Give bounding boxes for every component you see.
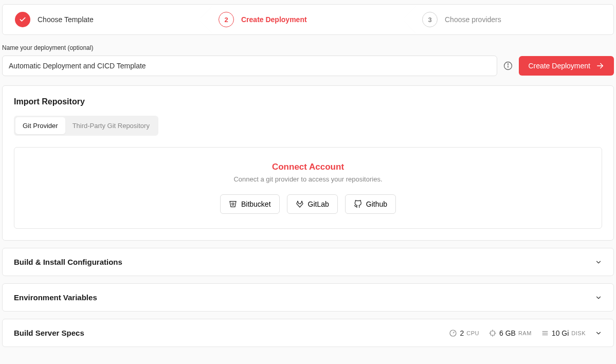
accordion-title: Environment Variables (14, 293, 97, 302)
spec-disk: 10 Gi Disk (541, 329, 586, 337)
connect-title: Connect Account (29, 162, 587, 172)
spec-value: 10 Gi (552, 329, 569, 337)
step-label: Choose providers (445, 15, 501, 24)
github-button[interactable]: Github (345, 194, 396, 214)
step-choose-providers[interactable]: 3 Choose providers (410, 5, 613, 34)
chevron-down-icon (595, 294, 602, 301)
gitlab-button[interactable]: GitLab (287, 194, 338, 214)
bitbucket-button[interactable]: Bitbucket (220, 194, 280, 214)
step-number: 2 (219, 12, 234, 27)
step-number: 3 (422, 12, 438, 27)
spec-ram: 6 GB RAM (488, 329, 532, 337)
check-icon (15, 12, 30, 27)
accordion-env-vars[interactable]: Environment Variables (2, 283, 614, 312)
provider-label: Github (366, 200, 387, 208)
spec-cpu: 2 CPU (449, 329, 479, 337)
accordion-title: Build Server Specs (14, 329, 84, 337)
deployment-name-input[interactable] (2, 56, 497, 76)
create-button-label: Create Deployment (528, 62, 590, 70)
import-repo-title: Import Repository (14, 97, 602, 106)
accordion-build-server-specs[interactable]: Build Server Specs 2 CPU 6 GB RAM 10 Gi … (2, 319, 614, 347)
spec-unit: Disk (571, 330, 586, 336)
step-choose-template[interactable]: Choose Template (3, 5, 206, 34)
specs-summary: 2 CPU 6 GB RAM 10 Gi Disk (449, 329, 602, 337)
provider-label: Bitbucket (241, 200, 271, 208)
step-label: Choose Template (38, 15, 94, 24)
chip-icon (488, 329, 497, 337)
name-deployment-section: Name your deployment (optional) Create D… (2, 44, 614, 76)
github-icon (354, 200, 362, 208)
svg-rect-5 (491, 331, 495, 335)
step-create-deployment[interactable]: 2 Create Deployment (206, 5, 410, 34)
arrow-right-icon (595, 62, 605, 70)
provider-label: GitLab (308, 200, 329, 208)
gauge-icon (449, 329, 457, 337)
tab-git-provider[interactable]: Git Provider (15, 117, 65, 134)
accordion-title: Build & Install Configurations (14, 258, 122, 266)
svg-point-2 (508, 64, 509, 64)
create-deployment-button[interactable]: Create Deployment (519, 56, 614, 76)
stepper: Choose Template 2 Create Deployment 3 Ch… (2, 4, 614, 35)
name-label: Name your deployment (optional) (2, 44, 614, 51)
accordion-build-install[interactable]: Build & Install Configurations (2, 248, 614, 276)
connect-account-box: Connect Account Connect a git provider t… (14, 147, 602, 229)
info-icon[interactable] (503, 61, 513, 70)
bitbucket-icon (229, 200, 237, 208)
spec-unit: CPU (466, 330, 479, 336)
gitlab-icon (296, 200, 304, 208)
import-repository-card: Import Repository Git Provider Third-Par… (2, 85, 614, 241)
storage-icon (541, 329, 549, 337)
chevron-down-icon (595, 259, 602, 266)
repo-tabs: Git Provider Third-Party Git Repository (14, 116, 158, 136)
tab-third-party[interactable]: Third-Party Git Repository (65, 117, 157, 134)
spec-value: 6 GB (499, 329, 516, 337)
step-label: Create Deployment (241, 15, 307, 24)
connect-subtitle: Connect a git provider to access your re… (29, 175, 587, 183)
spec-unit: RAM (518, 330, 532, 336)
chevron-down-icon (595, 330, 602, 337)
spec-value: 2 (460, 329, 464, 337)
